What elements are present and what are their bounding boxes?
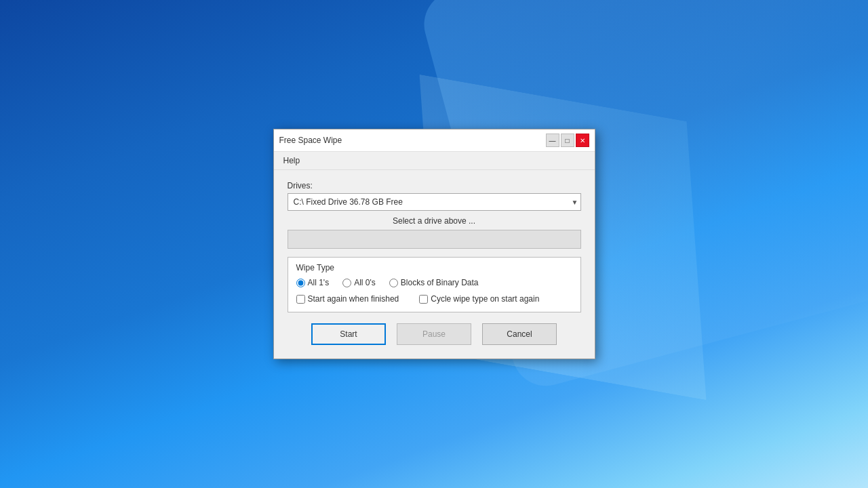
maximize-button[interactable]: □ <box>561 134 574 147</box>
radio-all0s[interactable]: All 0's <box>342 278 376 287</box>
pause-button[interactable]: Pause <box>397 323 471 345</box>
radio-all1s-input[interactable] <box>296 279 305 287</box>
start-again-label: Start again when finished <box>308 294 399 304</box>
titlebar-controls: — □ ✕ <box>546 134 589 147</box>
titlebar: Free Space Wipe — □ ✕ <box>274 129 595 152</box>
status-text: Select a drive above ... <box>288 216 581 226</box>
progress-bar-container <box>288 230 581 249</box>
start-again-checkbox-option[interactable]: Start again when finished <box>296 294 399 304</box>
drives-label: Drives: <box>288 181 581 190</box>
cycle-type-checkbox[interactable] <box>419 295 428 304</box>
free-space-wipe-dialog: Free Space Wipe — □ ✕ Help Drives: C:\ F… <box>273 129 595 359</box>
radio-all1s[interactable]: All 1's <box>296 278 330 287</box>
minimize-button[interactable]: — <box>546 134 559 147</box>
dialog-overlay: Free Space Wipe — □ ✕ Help Drives: C:\ F… <box>0 0 868 488</box>
radio-all0s-label: All 0's <box>354 278 376 287</box>
dialog-content: Drives: C:\ Fixed Drive 36.78 GB Free ▼ … <box>274 170 595 359</box>
drives-select[interactable]: C:\ Fixed Drive 36.78 GB Free <box>288 193 581 211</box>
help-menu-item[interactable]: Help <box>279 155 304 167</box>
cycle-type-checkbox-option[interactable]: Cycle wipe type on start again <box>419 294 539 304</box>
drives-select-wrapper: C:\ Fixed Drive 36.78 GB Free ▼ <box>288 193 581 211</box>
wipe-type-radio-group: All 1's All 0's Blocks of Binary Data <box>296 278 572 287</box>
wipe-type-title: Wipe Type <box>296 263 572 272</box>
button-row: Start Pause Cancel <box>288 323 581 345</box>
radio-all0s-input[interactable] <box>342 279 351 287</box>
wipe-type-box: Wipe Type All 1's All 0's Blocks of Bina… <box>288 257 581 312</box>
close-button[interactable]: ✕ <box>576 134 589 147</box>
start-again-checkbox[interactable] <box>296 295 305 304</box>
checkbox-row: Start again when finished Cycle wipe typ… <box>296 294 572 304</box>
radio-binary-label: Blocks of Binary Data <box>401 278 479 287</box>
cycle-type-label: Cycle wipe type on start again <box>431 294 539 304</box>
radio-binary-input[interactable] <box>389 279 398 287</box>
radio-all1s-label: All 1's <box>308 278 330 287</box>
radio-binary[interactable]: Blocks of Binary Data <box>389 278 479 287</box>
dialog-title: Free Space Wipe <box>279 136 342 145</box>
start-button[interactable]: Start <box>311 323 386 345</box>
cancel-button[interactable]: Cancel <box>482 323 557 345</box>
menubar: Help <box>274 152 595 170</box>
